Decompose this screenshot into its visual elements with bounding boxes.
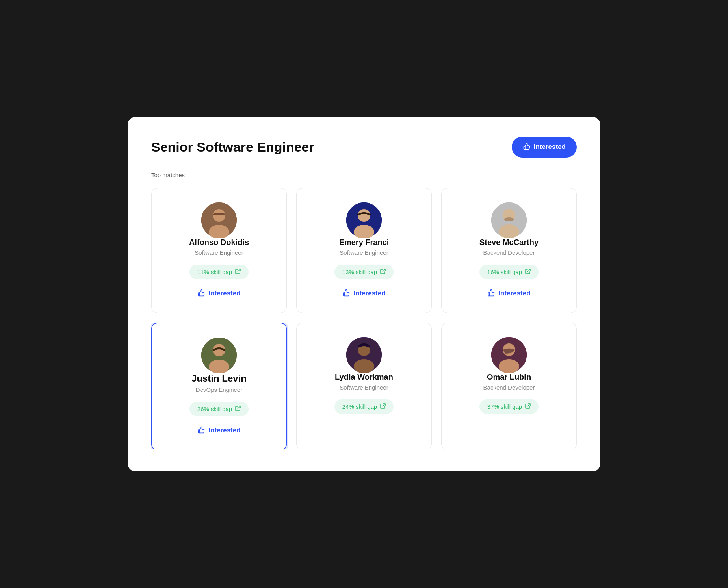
candidate-name-justin: Justin Levin (191, 373, 247, 384)
candidate-name-steve: Steve McCarthy (479, 238, 539, 247)
candidate-role-lydia: Software Engineer (340, 384, 388, 391)
thumbs-up-icon-alfonso (197, 289, 205, 299)
skill-gap-badge-justin[interactable]: 26% skill gap (189, 402, 249, 416)
avatar-omar (491, 337, 527, 373)
candidate-name-alfonso: Alfonso Dokidis (189, 238, 249, 247)
interested-label-justin: Interested (208, 427, 240, 434)
candidate-card-justin: Justin Levin DevOps Engineer 26% skill g… (151, 323, 287, 449)
interested-label-alfonso: Interested (208, 289, 240, 297)
page-title: Senior Software Engineer (151, 139, 314, 155)
candidate-role-emery: Software Engineer (340, 249, 388, 256)
skill-gap-text-emery: 13% skill gap (342, 269, 377, 275)
skill-gap-text-lydia: 24% skill gap (342, 403, 377, 410)
candidates-grid-row1: Alfonso Dokidis Software Engineer 11% sk… (151, 188, 577, 313)
candidate-role-justin: DevOps Engineer (196, 386, 242, 393)
avatar-alfonso (201, 202, 237, 238)
thumbs-up-icon (523, 142, 531, 152)
main-interested-label: Interested (534, 143, 566, 151)
candidates-grid-row2: Justin Levin DevOps Engineer 26% skill g… (151, 323, 577, 449)
external-link-icon-lydia (380, 403, 386, 410)
thumbs-up-icon-steve (487, 289, 495, 299)
avatar-lydia (346, 337, 382, 373)
candidate-card-omar: Omar Lubin Backend Developer 37% skill g… (441, 323, 577, 449)
interested-button-alfonso[interactable]: Interested (197, 287, 240, 300)
candidate-card-lydia: Lydia Workman Software Engineer 24% skil… (296, 323, 432, 449)
candidate-name-emery: Emery Franci (339, 238, 389, 247)
avatar-steve (491, 202, 527, 238)
section-label: Top matches (151, 172, 577, 178)
skill-gap-badge-omar[interactable]: 37% skill gap (479, 399, 539, 414)
candidate-name-lydia: Lydia Workman (335, 373, 393, 382)
main-container: Senior Software Engineer Interested Top … (128, 117, 600, 471)
skill-gap-badge-steve[interactable]: 16% skill gap (479, 265, 539, 279)
candidate-role-alfonso: Software Engineer (195, 249, 243, 256)
interested-label-emery: Interested (353, 289, 385, 297)
candidate-role-omar: Backend Developer (483, 384, 535, 391)
svg-point-5 (358, 209, 370, 222)
candidate-role-steve: Backend Developer (483, 249, 535, 256)
skill-gap-badge-emery[interactable]: 13% skill gap (334, 265, 394, 279)
thumbs-up-icon-emery (342, 289, 350, 299)
candidate-card-steve: Steve McCarthy Backend Developer 16% ski… (441, 188, 577, 313)
candidate-card-alfonso: Alfonso Dokidis Software Engineer 11% sk… (151, 188, 287, 313)
svg-point-10 (504, 217, 514, 221)
main-interested-button[interactable]: Interested (512, 137, 577, 158)
thumbs-up-icon-justin (197, 426, 205, 436)
interested-button-steve[interactable]: Interested (487, 287, 530, 300)
avatar-emery (346, 202, 382, 238)
candidate-card-emery: Emery Franci Software Engineer 13% skill… (296, 188, 432, 313)
skill-gap-badge-alfonso[interactable]: 11% skill gap (189, 265, 249, 279)
skill-gap-badge-lydia[interactable]: 24% skill gap (334, 399, 394, 414)
avatar-justin (201, 338, 237, 373)
external-link-icon-justin (235, 406, 241, 412)
interested-button-emery[interactable]: Interested (342, 287, 385, 300)
header: Senior Software Engineer Interested (151, 137, 577, 158)
skill-gap-text-steve: 16% skill gap (487, 269, 522, 275)
external-link-icon-alfonso (235, 269, 241, 275)
interested-button-justin[interactable]: Interested (197, 424, 240, 437)
interested-label-steve: Interested (498, 289, 530, 297)
skill-gap-text-alfonso: 11% skill gap (197, 269, 232, 275)
external-link-icon-omar (525, 403, 531, 410)
skill-gap-text-omar: 37% skill gap (487, 403, 522, 410)
external-link-icon-emery (380, 269, 386, 275)
svg-rect-3 (213, 213, 225, 215)
external-link-icon-steve (525, 269, 531, 275)
candidate-name-omar: Omar Lubin (487, 373, 531, 382)
skill-gap-text-justin: 26% skill gap (197, 406, 232, 412)
